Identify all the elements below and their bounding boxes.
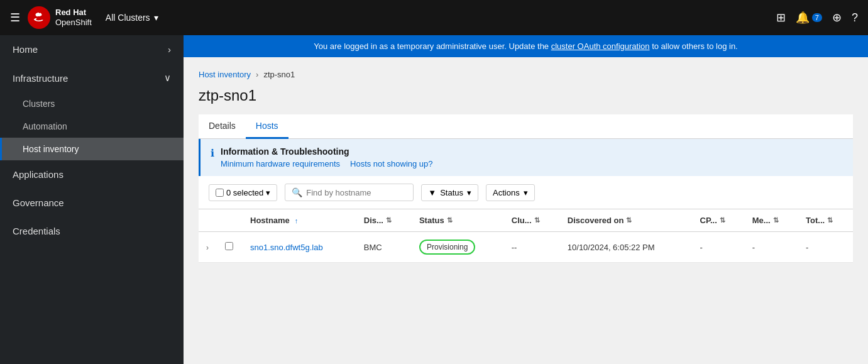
info-banner: You are logged in as a temporary adminis… (184, 35, 868, 57)
sidebar-host-inventory-label: Host inventory (23, 144, 79, 154)
page-content-area: Host inventory › ztp-sno1 ztp-sno1 Detai… (184, 57, 868, 364)
mem-sort-icon: ⇅ (773, 216, 779, 224)
row-cpu-cell: - (693, 232, 745, 263)
row-dis-value: BMC (364, 243, 382, 252)
logo-line1: Red Hat (55, 8, 92, 18)
col-tot-header[interactable]: Tot... ⇅ (798, 209, 853, 232)
logo-line2: OpenShift (55, 18, 92, 28)
row-expand-button[interactable]: › (206, 243, 209, 252)
notifications-button[interactable]: 🔔 7 (796, 11, 822, 25)
row-discovered-value: 10/10/2024, 6:05:22 PM (568, 243, 655, 252)
row-checkbox[interactable] (225, 242, 233, 250)
info-box-title: Information & Troubleshooting (221, 146, 433, 157)
sidebar-credentials-label: Credentials (13, 226, 60, 236)
sidebar-home-arrow: › (168, 44, 171, 55)
info-troubleshooting-box: ℹ Information & Troubleshooting Minimum … (199, 139, 853, 176)
mem-col-label: Me... (752, 216, 771, 225)
row-cluster-value: -- (512, 243, 517, 252)
info-icon: ℹ (211, 147, 214, 159)
row-check-cell[interactable] (217, 232, 243, 263)
actions-dropdown-button[interactable]: Actions ▾ (486, 184, 535, 201)
sidebar-applications-label: Applications (13, 169, 63, 180)
tab-hosts[interactable]: Hosts (246, 114, 288, 139)
grid-icon-button[interactable]: ⊞ (776, 11, 786, 25)
help-button[interactable]: ? (852, 11, 858, 25)
sidebar-governance-label: Governance (13, 197, 64, 208)
row-discovered-cell: 10/10/2024, 6:05:22 PM (560, 232, 693, 263)
sidebar-item-host-inventory[interactable]: Host inventory (0, 138, 184, 160)
notification-badge: 7 (812, 13, 822, 22)
row-mem-cell: - (745, 232, 798, 263)
sidebar: Home › Infrastructure ∨ Clusters Automat… (0, 35, 184, 364)
row-expand-cell[interactable]: › (199, 232, 217, 263)
hosts-not-showing-link[interactable]: Hosts not showing up? (350, 159, 433, 168)
row-tot-cell: - (798, 232, 853, 263)
status-filter-button[interactable]: ▼ Status ▾ (421, 184, 478, 201)
tot-sort-icon: ⇅ (827, 216, 833, 224)
row-status-badge: Provisioning (419, 240, 475, 255)
cluster-selector[interactable]: All Clusters ▾ (99, 9, 165, 26)
sidebar-item-infrastructure[interactable]: Infrastructure ∨ (0, 63, 184, 92)
status-filter-chevron: ▾ (467, 188, 471, 197)
sidebar-item-credentials[interactable]: Credentials (0, 217, 184, 245)
status-col-label: Status (419, 216, 444, 225)
sidebar-item-applications[interactable]: Applications (0, 160, 184, 189)
select-all-dropdown[interactable]: 0 selected ▾ (209, 184, 277, 201)
select-dropdown-chevron[interactable]: ▾ (266, 188, 270, 197)
breadcrumb: Host inventory › ztp-sno1 (199, 70, 853, 79)
cpu-sort-icon: ⇅ (720, 216, 725, 224)
filter-icon: ▼ (428, 188, 436, 197)
hostname-search-input[interactable] (306, 188, 407, 197)
hostname-search-box[interactable]: 🔍 (285, 184, 414, 201)
selected-count-label: 0 selected (226, 188, 263, 197)
sidebar-infrastructure-arrow: ∨ (164, 72, 171, 84)
status-filter-label: Status (440, 188, 463, 197)
cluster-selector-chevron: ▾ (154, 13, 158, 23)
col-check-header (217, 209, 243, 232)
col-status-header[interactable]: Status ⇅ (412, 209, 504, 232)
sidebar-item-clusters[interactable]: Clusters (0, 92, 184, 115)
col-dis-header[interactable]: Dis... ⇅ (356, 209, 412, 232)
hostname-col-label: Hostname (250, 216, 290, 225)
add-button[interactable]: ⊕ (832, 11, 842, 25)
hamburger-icon[interactable]: ☰ (10, 11, 20, 25)
sidebar-item-automation[interactable]: Automation (0, 115, 184, 138)
breadcrumb-parent-link[interactable]: Host inventory (199, 70, 251, 79)
hostname-sort-icon: ↑ (295, 217, 299, 224)
row-dis-cell: BMC (356, 232, 412, 263)
row-mem-value: - (752, 243, 755, 252)
sidebar-item-governance[interactable]: Governance (0, 189, 184, 217)
svg-point-0 (28, 6, 50, 29)
col-hostname-header[interactable]: Hostname ↑ (243, 209, 356, 232)
hostname-link[interactable]: sno1.sno.dfwt5g.lab (250, 243, 323, 252)
cpu-col-label: CP... (700, 216, 717, 225)
sidebar-infrastructure-label: Infrastructure (13, 73, 68, 84)
tot-col-label: Tot... (806, 216, 825, 225)
banner-text: You are logged in as a temporary adminis… (314, 41, 551, 51)
hosts-table-section: 0 selected ▾ 🔍 ▼ Status ▾ (199, 176, 853, 263)
hosts-table: Hostname ↑ Dis... ⇅ (199, 209, 853, 263)
status-sort-icon: ⇅ (447, 216, 453, 224)
col-expand-header (199, 209, 217, 232)
col-mem-header[interactable]: Me... ⇅ (745, 209, 798, 232)
col-cpu-header[interactable]: CP... ⇅ (693, 209, 745, 232)
sidebar-clusters-label: Clusters (23, 99, 55, 109)
tab-details[interactable]: Details (199, 114, 246, 139)
oauth-config-link[interactable]: cluster OAuth configuration (551, 41, 650, 51)
top-navigation: ☰ Red Hat OpenShift All Clusters ▾ ⊞ 🔔 7… (0, 0, 868, 35)
select-all-checkbox[interactable] (216, 189, 224, 197)
min-hardware-link[interactable]: Minimum hardware requirements (221, 159, 340, 168)
col-discovered-header[interactable]: Discovered on ⇅ (560, 209, 693, 232)
clu-sort-icon: ⇅ (534, 216, 540, 224)
cluster-selector-label: All Clusters (106, 13, 150, 23)
redhat-logo[interactable]: Red Hat OpenShift (28, 6, 92, 29)
page-title: ztp-sno1 (199, 87, 853, 104)
info-box-links: Minimum hardware requirements Hosts not … (221, 159, 433, 168)
breadcrumb-separator: › (256, 70, 258, 79)
discovered-sort-icon: ⇅ (626, 216, 632, 224)
discovered-col-label: Discovered on (568, 216, 624, 225)
row-tot-value: - (806, 243, 808, 252)
col-clu-header[interactable]: Clu... ⇅ (504, 209, 560, 232)
sidebar-item-home[interactable]: Home › (0, 35, 184, 63)
dis-col-label: Dis... (364, 216, 383, 225)
